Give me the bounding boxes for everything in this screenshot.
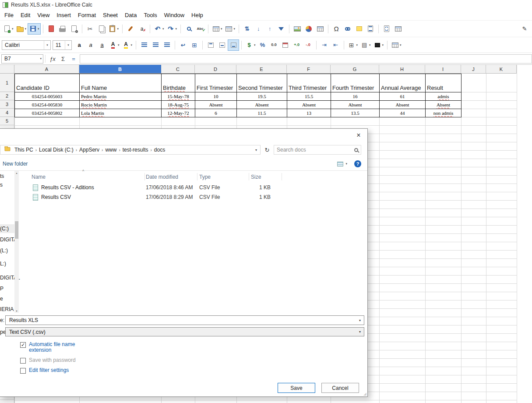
font-name-combo[interactable]: Calibri ▾ <box>2 40 51 50</box>
freeze-rows-columns-button[interactable] <box>392 23 404 35</box>
data-cell[interactable]: Lola Martin <box>80 109 162 117</box>
column-header-a[interactable]: A <box>14 65 79 74</box>
bold-button[interactable]: a <box>74 39 85 51</box>
increase-indent-button[interactable]: ⇥ <box>319 39 330 51</box>
find-replace-button[interactable] <box>183 23 194 35</box>
sort-descending-button[interactable]: ↑ <box>264 23 275 35</box>
format-currency-dropdown-icon[interactable]: ▾ <box>254 43 256 47</box>
formula-input[interactable] <box>80 54 532 64</box>
format-date-button[interactable] <box>280 39 291 51</box>
sort-ascending-button[interactable]: ↓ <box>253 23 264 35</box>
nav-pane-item[interactable]: L:) <box>0 261 6 267</box>
breadcrumb-item[interactable]: test-results <box>121 147 150 153</box>
data-cell[interactable]: 034254-005830 <box>15 101 80 109</box>
views-button[interactable]: ▾ <box>337 162 347 166</box>
format-number-button[interactable]: 0.0 <box>268 39 280 51</box>
data-cell[interactable]: 19.5 <box>237 92 287 101</box>
insert-hyperlink-button[interactable] <box>342 23 353 35</box>
data-cell[interactable]: 15.5 <box>287 92 331 101</box>
column-header-i[interactable]: I <box>425 65 461 74</box>
name-box[interactable]: B7 ▾ <box>1 54 43 64</box>
clear-formatting-button[interactable]: a✗ <box>136 23 148 35</box>
paste-dropdown-icon[interactable]: ▾ <box>117 27 119 31</box>
data-cell[interactable]: non admis <box>426 109 462 117</box>
borders-button[interactable]: ⊞▾ <box>346 39 359 51</box>
menu-insert[interactable]: Insert <box>53 11 74 20</box>
nav-pane-item[interactable]: IERIA <box>0 306 14 312</box>
format-percent-button[interactable]: % <box>257 39 268 51</box>
wrap-text-button[interactable]: ↩ <box>177 39 189 51</box>
list-column-header-date-modified[interactable]: Date modified <box>146 174 178 180</box>
insert-chart-button[interactable] <box>303 23 314 35</box>
data-cell[interactable]: 61 <box>380 92 426 101</box>
highlighting-color-button[interactable]: A▾ <box>121 39 134 51</box>
data-cell[interactable]: 12-May-72 <box>162 109 195 117</box>
close-button[interactable]: × <box>353 131 364 140</box>
cancel-button[interactable]: Cancel <box>321 383 359 393</box>
header-cell[interactable]: Full Name <box>80 74 162 92</box>
column-header-g[interactable]: G <box>331 65 379 74</box>
headers-footers-button[interactable] <box>365 23 376 35</box>
column-header-k[interactable]: K <box>486 65 517 74</box>
checkbox-automatic-file-name-extension[interactable]: ✓Automatic file name extension <box>20 342 85 353</box>
function-wizard-button[interactable]: ƒx <box>47 54 58 64</box>
column-button[interactable]: ▾ <box>224 23 237 35</box>
undo-dropdown-icon[interactable]: ▾ <box>162 27 164 31</box>
menu-format[interactable]: Format <box>74 11 99 20</box>
data-cell[interactable]: Pedro Martin <box>80 92 162 101</box>
decrease-indent-button[interactable]: ⇤ <box>330 39 342 51</box>
breadcrumb-item[interactable]: AppServ <box>78 147 101 153</box>
italic-button[interactable]: a <box>85 39 96 51</box>
column-dropdown-icon[interactable]: ▾ <box>234 27 236 31</box>
data-cell[interactable]: 13.5 <box>331 109 380 117</box>
list-column-header-size[interactable]: Size <box>251 174 261 180</box>
breadcrumb-item[interactable]: www <box>103 147 118 153</box>
data-cell[interactable]: 15-May-78 <box>162 92 195 101</box>
row-header-2[interactable]: 2 <box>0 92 14 100</box>
file-row[interactable]: Results CSV - Aditions17/06/2018 8:46 AM… <box>0 183 363 193</box>
data-cell[interactable]: 034254-005802 <box>15 109 80 117</box>
row-header-1[interactable]: 1 <box>0 74 14 92</box>
column-header-h[interactable]: H <box>379 65 425 74</box>
nav-pane-item[interactable]: (L:) <box>0 247 8 254</box>
data-cell[interactable]: Absent <box>426 101 462 109</box>
resize-grip[interactable]: ◢ <box>363 392 366 396</box>
sum-button[interactable]: Σ <box>58 54 68 64</box>
font-color-button[interactable]: A▾ <box>108 39 121 51</box>
list-column-header-type[interactable]: Type <box>199 174 211 180</box>
border-color-button[interactable]: ▾ <box>372 39 385 51</box>
scroll-down-icon[interactable]: ▾ <box>14 309 19 312</box>
data-cell[interactable]: Rocio Martin <box>80 101 162 109</box>
underline-button[interactable]: a <box>96 39 108 51</box>
header-cell[interactable]: Birthdate <box>162 74 195 92</box>
menu-view[interactable]: View <box>34 11 53 20</box>
menu-help[interactable]: Help <box>188 11 207 20</box>
file-type-select[interactable]: Text CSV (.csv) ▾ <box>5 327 364 336</box>
header-cell[interactable]: Second Trimester <box>237 74 287 92</box>
formula-button[interactable]: = <box>68 54 79 64</box>
name-box-dropdown-icon[interactable]: ▾ <box>40 57 42 60</box>
data-cell[interactable]: Absent <box>237 101 287 109</box>
save-button[interactable]: Save <box>278 383 315 393</box>
show-draw-functions-button[interactable]: ✎ <box>519 23 530 35</box>
search-box[interactable] <box>274 145 361 155</box>
spelling-button[interactable]: Abc✓ <box>194 23 206 35</box>
menu-window[interactable]: Window <box>161 11 188 20</box>
data-cell[interactable]: Absent <box>331 101 380 109</box>
checkbox-save-with-password[interactable]: Save with password <box>20 357 76 364</box>
export-pdf-button[interactable] <box>46 23 57 35</box>
file-row[interactable]: Results CSV17/06/2018 8:29 AMCSV File1 K… <box>0 193 363 202</box>
border-style-button[interactable]: ▤▾ <box>359 39 372 51</box>
align-right-button[interactable] <box>161 39 173 51</box>
checkbox-box[interactable] <box>20 368 26 374</box>
checkbox-box[interactable] <box>20 358 26 364</box>
center-vertically-button[interactable] <box>216 39 228 51</box>
header-cell[interactable]: Result <box>426 74 462 92</box>
breadcrumb-item[interactable]: docs <box>152 147 167 153</box>
data-cell[interactable]: 034254-005603 <box>15 92 80 101</box>
font-size-combo[interactable]: 11 ▾ <box>53 40 72 50</box>
row-header-5[interactable]: 5 <box>0 117 14 125</box>
breadcrumb-item[interactable]: This PC <box>13 147 35 153</box>
checkbox-box[interactable]: ✓ <box>20 342 26 348</box>
clone-formatting-button[interactable] <box>125 23 136 35</box>
